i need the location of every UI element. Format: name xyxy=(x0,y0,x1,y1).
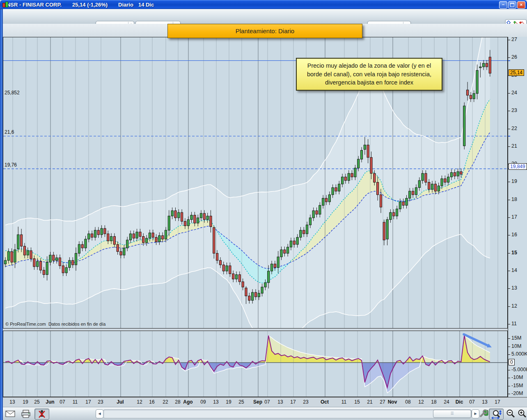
date-axis-day-label: 24 xyxy=(444,399,449,405)
zoom-drag-icon[interactable] xyxy=(489,409,504,420)
note-line: borde del canal), con vela roja bajo res… xyxy=(307,70,431,79)
price-axis-label: 21 xyxy=(511,143,517,149)
date-axis-day-label: 13 xyxy=(482,399,487,405)
axis-tick xyxy=(508,394,510,394)
force-index-chart[interactable] xyxy=(3,331,507,397)
level-label-mid: 21,6 xyxy=(5,129,14,135)
axis-tick xyxy=(508,306,510,307)
axis-tick xyxy=(508,370,510,370)
note-line: divergencia bajista en force index xyxy=(325,78,413,87)
price-axis-label: 13 xyxy=(511,285,517,291)
axis-tick xyxy=(508,347,510,347)
date-axis-month-label: Dic xyxy=(456,399,463,405)
date-axis-day-label: 09 xyxy=(200,399,206,405)
date-axis-day-label: 13 xyxy=(213,399,218,405)
force-index-pane[interactable] xyxy=(3,331,508,397)
price-axis-label: 26 xyxy=(511,54,517,60)
axis-tick xyxy=(508,338,510,339)
axis-tick xyxy=(508,386,510,386)
scrollbar-thumb[interactable]: ☰ xyxy=(433,410,471,418)
title-bar[interactable]: FNSR - FINISAR CORP. 25,14 (-1,26%) Diar… xyxy=(0,0,527,9)
axis-tick xyxy=(508,146,510,147)
axis-tick xyxy=(508,182,510,182)
date-axis-day-label: 18 xyxy=(431,399,436,405)
price-axis-label: 15 xyxy=(511,250,517,256)
force-axis-label: -15M xyxy=(511,383,523,388)
date-axis-month-label: Sep xyxy=(253,399,262,405)
scrollbar-left-arrow[interactable]: ◀ xyxy=(96,409,103,418)
print-icon[interactable] xyxy=(19,409,33,419)
date-axis-day-label: 17 xyxy=(85,399,91,405)
title-last-price: 25,14 (-1,26%) xyxy=(72,2,108,8)
date-axis-day-label: 19 xyxy=(226,399,231,405)
price-axis-label: 11 xyxy=(511,321,517,326)
axis-tick xyxy=(508,40,510,40)
date-axis-day-label: 12 xyxy=(418,399,424,405)
price-axis-label: 19 xyxy=(511,178,517,184)
date-axis-day-label: 17 xyxy=(290,399,296,405)
date-axis[interactable]: 131925Jun07111723Jul12162228Ago09131925S… xyxy=(3,397,527,407)
title-date: 14 Dic xyxy=(138,2,154,8)
date-axis-day-label: 21 xyxy=(367,399,372,405)
email-icon[interactable] xyxy=(3,409,17,419)
axis-tick xyxy=(508,324,510,324)
zoom-in-icon[interactable] xyxy=(515,409,527,419)
axis-tick xyxy=(508,217,510,218)
level-tick xyxy=(508,136,510,137)
analysis-note[interactable]: Precio muy alejado de la zona de valor (… xyxy=(296,58,442,91)
date-axis-month-label: Oct xyxy=(321,399,329,405)
level-label-resistance: 25,852 xyxy=(5,90,20,96)
price-axis-label: 14 xyxy=(511,267,517,273)
close-button[interactable]: × xyxy=(517,1,525,9)
date-axis-day-label: 16 xyxy=(149,399,154,405)
settings-wrench-icon[interactable] xyxy=(479,409,489,419)
note-line: Precio muy alejado de la zona de valor (… xyxy=(307,62,431,70)
price-axis-label: 24 xyxy=(511,90,517,96)
date-axis-day-label: 27 xyxy=(380,399,385,405)
last-price-tag: 25,14 xyxy=(509,69,524,76)
setup-banner-text: Planteamiento: Diario xyxy=(236,27,294,34)
level-label-alert: 19,76 xyxy=(5,162,17,168)
date-axis-day-label: 13 xyxy=(277,399,283,405)
date-axis-day-label: 28 xyxy=(175,399,180,405)
date-axis-month-label: Ago xyxy=(183,399,192,405)
force-axis-label: 5.000K xyxy=(511,351,527,357)
date-axis-day-label: 07 xyxy=(264,399,270,405)
axis-tick xyxy=(508,271,510,271)
chart-scrollbar[interactable]: ☰ xyxy=(103,409,472,418)
date-axis-day-label: 13 xyxy=(9,399,15,405)
copyright-text: © ProRealTime.com Datos recibidos en fin… xyxy=(5,322,105,326)
date-axis-day-label: 08 xyxy=(405,399,410,405)
force-axis-label: -10M xyxy=(511,374,523,380)
bottom-toolbar: ◀ ☰ ▶ xyxy=(0,407,527,420)
app-candles-icon xyxy=(2,1,9,8)
date-axis-day-label: 12 xyxy=(137,399,142,405)
date-axis-day-label: 23 xyxy=(303,399,308,405)
level-tick xyxy=(508,60,510,61)
date-axis-day-label: 07 xyxy=(469,399,474,405)
axis-tick xyxy=(508,57,510,58)
price-axis[interactable]: 25,14 19,849 0 2726252423222120191817161… xyxy=(508,37,527,397)
window-left-border xyxy=(0,9,3,420)
maximize-button[interactable] xyxy=(508,1,516,9)
price-axis-label: 27 xyxy=(511,37,517,42)
window-title: FNSR - FINISAR CORP. xyxy=(3,2,62,8)
main-toolbar: 152 ▲▼ (x) unidades ▼ Diario ▼ xyxy=(0,9,527,24)
title-timeframe: Diario xyxy=(118,2,133,8)
date-axis-day-label: 25 xyxy=(34,399,39,405)
date-axis-day-label: 22 xyxy=(163,399,168,405)
price-axis-label: 12 xyxy=(511,303,517,309)
axis-tick xyxy=(508,253,510,253)
axis-tick xyxy=(508,111,510,111)
axis-tick xyxy=(508,378,510,378)
alert-price-tag[interactable]: 19,849 xyxy=(509,163,527,170)
force-axis-label: 10M xyxy=(511,343,521,349)
price-axis-label: 23 xyxy=(511,107,517,113)
axis-tick xyxy=(508,288,510,289)
minimize-button[interactable]: − xyxy=(499,1,507,9)
price-axis-label: 18 xyxy=(511,196,517,202)
setup-banner[interactable]: Planteamiento: Diario xyxy=(167,24,362,38)
unpin-icon[interactable] xyxy=(34,409,49,420)
date-axis-day-label: 19 xyxy=(23,399,28,405)
prorealtime-window: FNSR - FINISAR CORP. 25,14 (-1,26%) Diar… xyxy=(0,0,527,420)
